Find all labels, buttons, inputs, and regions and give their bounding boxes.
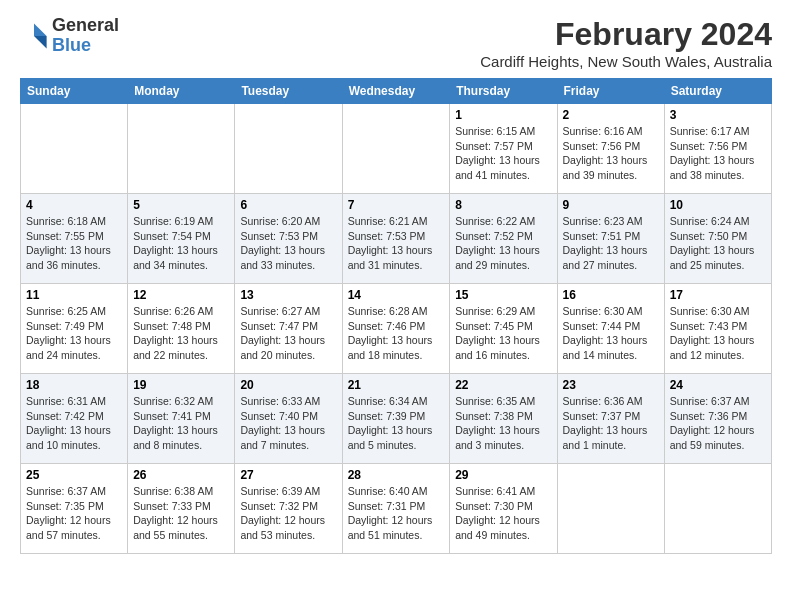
calendar-cell-2-6: 17Sunrise: 6:30 AMSunset: 7:43 PMDayligh… xyxy=(664,284,771,374)
day-number: 19 xyxy=(133,378,229,392)
calendar-cell-4-6 xyxy=(664,464,771,554)
day-info: Sunrise: 6:28 AMSunset: 7:46 PMDaylight:… xyxy=(348,304,445,363)
day-number: 11 xyxy=(26,288,122,302)
day-info: Sunrise: 6:21 AMSunset: 7:53 PMDaylight:… xyxy=(348,214,445,273)
day-number: 20 xyxy=(240,378,336,392)
calendar-cell-3-4: 22Sunrise: 6:35 AMSunset: 7:38 PMDayligh… xyxy=(450,374,557,464)
calendar-cell-3-0: 18Sunrise: 6:31 AMSunset: 7:42 PMDayligh… xyxy=(21,374,128,464)
calendar-cell-1-6: 10Sunrise: 6:24 AMSunset: 7:50 PMDayligh… xyxy=(664,194,771,284)
day-number: 22 xyxy=(455,378,551,392)
svg-marker-1 xyxy=(34,36,47,49)
day-info: Sunrise: 6:18 AMSunset: 7:55 PMDaylight:… xyxy=(26,214,122,273)
calendar-cell-1-1: 5Sunrise: 6:19 AMSunset: 7:54 PMDaylight… xyxy=(128,194,235,284)
calendar-week-1: 4Sunrise: 6:18 AMSunset: 7:55 PMDaylight… xyxy=(21,194,772,284)
calendar-cell-0-0 xyxy=(21,104,128,194)
day-info: Sunrise: 6:32 AMSunset: 7:41 PMDaylight:… xyxy=(133,394,229,453)
day-info: Sunrise: 6:20 AMSunset: 7:53 PMDaylight:… xyxy=(240,214,336,273)
day-number: 25 xyxy=(26,468,122,482)
day-number: 29 xyxy=(455,468,551,482)
day-number: 4 xyxy=(26,198,122,212)
calendar-cell-2-2: 13Sunrise: 6:27 AMSunset: 7:47 PMDayligh… xyxy=(235,284,342,374)
day-info: Sunrise: 6:16 AMSunset: 7:56 PMDaylight:… xyxy=(563,124,659,183)
calendar-cell-0-6: 3Sunrise: 6:17 AMSunset: 7:56 PMDaylight… xyxy=(664,104,771,194)
calendar-cell-2-3: 14Sunrise: 6:28 AMSunset: 7:46 PMDayligh… xyxy=(342,284,450,374)
day-number: 6 xyxy=(240,198,336,212)
calendar-cell-0-3 xyxy=(342,104,450,194)
day-number: 15 xyxy=(455,288,551,302)
day-number: 28 xyxy=(348,468,445,482)
col-tuesday: Tuesday xyxy=(235,79,342,104)
day-info: Sunrise: 6:17 AMSunset: 7:56 PMDaylight:… xyxy=(670,124,766,183)
col-monday: Monday xyxy=(128,79,235,104)
col-saturday: Saturday xyxy=(664,79,771,104)
calendar-week-0: 1Sunrise: 6:15 AMSunset: 7:57 PMDaylight… xyxy=(21,104,772,194)
day-info: Sunrise: 6:38 AMSunset: 7:33 PMDaylight:… xyxy=(133,484,229,543)
day-info: Sunrise: 6:19 AMSunset: 7:54 PMDaylight:… xyxy=(133,214,229,273)
calendar-week-4: 25Sunrise: 6:37 AMSunset: 7:35 PMDayligh… xyxy=(21,464,772,554)
day-info: Sunrise: 6:30 AMSunset: 7:44 PMDaylight:… xyxy=(563,304,659,363)
day-info: Sunrise: 6:40 AMSunset: 7:31 PMDaylight:… xyxy=(348,484,445,543)
day-info: Sunrise: 6:22 AMSunset: 7:52 PMDaylight:… xyxy=(455,214,551,273)
calendar-cell-1-5: 9Sunrise: 6:23 AMSunset: 7:51 PMDaylight… xyxy=(557,194,664,284)
calendar-cell-2-5: 16Sunrise: 6:30 AMSunset: 7:44 PMDayligh… xyxy=(557,284,664,374)
calendar-cell-1-4: 8Sunrise: 6:22 AMSunset: 7:52 PMDaylight… xyxy=(450,194,557,284)
day-info: Sunrise: 6:24 AMSunset: 7:50 PMDaylight:… xyxy=(670,214,766,273)
title-area: February 2024 Cardiff Heights, New South… xyxy=(480,16,772,70)
day-info: Sunrise: 6:25 AMSunset: 7:49 PMDaylight:… xyxy=(26,304,122,363)
calendar-cell-2-0: 11Sunrise: 6:25 AMSunset: 7:49 PMDayligh… xyxy=(21,284,128,374)
calendar-table: Sunday Monday Tuesday Wednesday Thursday… xyxy=(20,78,772,554)
logo-text: General Blue xyxy=(52,16,119,56)
day-number: 2 xyxy=(563,108,659,122)
calendar-cell-0-5: 2Sunrise: 6:16 AMSunset: 7:56 PMDaylight… xyxy=(557,104,664,194)
calendar-cell-4-0: 25Sunrise: 6:37 AMSunset: 7:35 PMDayligh… xyxy=(21,464,128,554)
day-number: 18 xyxy=(26,378,122,392)
day-number: 13 xyxy=(240,288,336,302)
logo-icon xyxy=(20,22,48,50)
day-info: Sunrise: 6:27 AMSunset: 7:47 PMDaylight:… xyxy=(240,304,336,363)
day-number: 5 xyxy=(133,198,229,212)
calendar-cell-3-5: 23Sunrise: 6:36 AMSunset: 7:37 PMDayligh… xyxy=(557,374,664,464)
day-number: 21 xyxy=(348,378,445,392)
calendar-cell-2-1: 12Sunrise: 6:26 AMSunset: 7:48 PMDayligh… xyxy=(128,284,235,374)
day-number: 24 xyxy=(670,378,766,392)
day-info: Sunrise: 6:15 AMSunset: 7:57 PMDaylight:… xyxy=(455,124,551,183)
day-info: Sunrise: 6:36 AMSunset: 7:37 PMDaylight:… xyxy=(563,394,659,453)
col-wednesday: Wednesday xyxy=(342,79,450,104)
header-area: General Blue February 2024 Cardiff Heigh… xyxy=(20,16,772,70)
day-info: Sunrise: 6:26 AMSunset: 7:48 PMDaylight:… xyxy=(133,304,229,363)
svg-marker-0 xyxy=(34,23,47,36)
col-thursday: Thursday xyxy=(450,79,557,104)
day-number: 10 xyxy=(670,198,766,212)
calendar-title: February 2024 xyxy=(480,16,772,53)
day-number: 9 xyxy=(563,198,659,212)
logo-general: General xyxy=(52,16,119,36)
calendar-cell-4-4: 29Sunrise: 6:41 AMSunset: 7:30 PMDayligh… xyxy=(450,464,557,554)
calendar-cell-1-2: 6Sunrise: 6:20 AMSunset: 7:53 PMDaylight… xyxy=(235,194,342,284)
day-info: Sunrise: 6:23 AMSunset: 7:51 PMDaylight:… xyxy=(563,214,659,273)
calendar-cell-0-4: 1Sunrise: 6:15 AMSunset: 7:57 PMDaylight… xyxy=(450,104,557,194)
day-info: Sunrise: 6:29 AMSunset: 7:45 PMDaylight:… xyxy=(455,304,551,363)
calendar-cell-3-1: 19Sunrise: 6:32 AMSunset: 7:41 PMDayligh… xyxy=(128,374,235,464)
day-info: Sunrise: 6:34 AMSunset: 7:39 PMDaylight:… xyxy=(348,394,445,453)
calendar-week-3: 18Sunrise: 6:31 AMSunset: 7:42 PMDayligh… xyxy=(21,374,772,464)
day-info: Sunrise: 6:31 AMSunset: 7:42 PMDaylight:… xyxy=(26,394,122,453)
logo-blue: Blue xyxy=(52,36,119,56)
day-number: 17 xyxy=(670,288,766,302)
calendar-cell-1-3: 7Sunrise: 6:21 AMSunset: 7:53 PMDaylight… xyxy=(342,194,450,284)
day-number: 12 xyxy=(133,288,229,302)
day-number: 7 xyxy=(348,198,445,212)
day-info: Sunrise: 6:41 AMSunset: 7:30 PMDaylight:… xyxy=(455,484,551,543)
day-number: 27 xyxy=(240,468,336,482)
day-number: 8 xyxy=(455,198,551,212)
header-row: Sunday Monday Tuesday Wednesday Thursday… xyxy=(21,79,772,104)
calendar-cell-1-0: 4Sunrise: 6:18 AMSunset: 7:55 PMDaylight… xyxy=(21,194,128,284)
day-info: Sunrise: 6:30 AMSunset: 7:43 PMDaylight:… xyxy=(670,304,766,363)
day-info: Sunrise: 6:33 AMSunset: 7:40 PMDaylight:… xyxy=(240,394,336,453)
day-info: Sunrise: 6:39 AMSunset: 7:32 PMDaylight:… xyxy=(240,484,336,543)
calendar-cell-4-5 xyxy=(557,464,664,554)
calendar-week-2: 11Sunrise: 6:25 AMSunset: 7:49 PMDayligh… xyxy=(21,284,772,374)
calendar-cell-2-4: 15Sunrise: 6:29 AMSunset: 7:45 PMDayligh… xyxy=(450,284,557,374)
col-friday: Friday xyxy=(557,79,664,104)
calendar-cell-0-1 xyxy=(128,104,235,194)
day-info: Sunrise: 6:35 AMSunset: 7:38 PMDaylight:… xyxy=(455,394,551,453)
